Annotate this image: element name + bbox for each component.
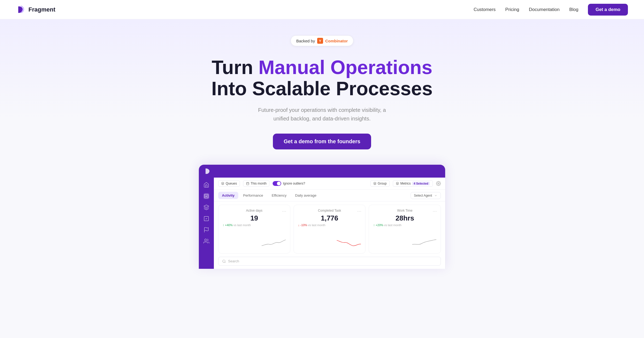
metrics-label: Metrics [400, 182, 411, 185]
hero-section: Backed by Y Combinator Turn Manual Opera… [0, 19, 644, 269]
work-time-change: ↑ +20% vs last month [373, 223, 436, 227]
dashboard-outer: Queues This month Ignore outliers? [199, 164, 445, 269]
work-time-title: Work Time [373, 209, 436, 212]
logo-text: Fragment [28, 6, 55, 13]
sidebar-home-icon [203, 182, 209, 188]
metric-card-work-time: ⋯ Work Time 28hrs ↑ +20% vs last month [369, 205, 441, 254]
this-month-label: This month [251, 182, 266, 185]
dashboard-filter-bar: Queues This month Ignore outliers? [214, 178, 445, 190]
card-menu-completed-task[interactable]: ⋯ [357, 209, 361, 214]
search-icon [222, 259, 226, 263]
work-time-sparkline [412, 238, 436, 249]
hero-title-purple: Manual Operations [258, 57, 432, 78]
nav-documentation[interactable]: Documentation [529, 7, 559, 12]
group-icon [373, 182, 376, 185]
svg-point-5 [223, 260, 225, 262]
active-days-sparkline [262, 238, 286, 249]
hero-title-turn: Turn [212, 57, 259, 78]
sidebar-flag-icon [203, 227, 209, 233]
dashboard-mockup: Queues This month Ignore outliers? [199, 164, 445, 269]
metrics-row: ⋯ Active days 19 ↑ +40% vs last month [214, 201, 445, 257]
nav-pricing[interactable]: Pricing [505, 7, 519, 12]
navbar: Fragment Customers Pricing Documentation… [0, 0, 644, 19]
sidebar-stack-icon [203, 204, 209, 210]
calendar-icon [246, 182, 249, 185]
tab-activity[interactable]: Activity [218, 192, 238, 199]
group-label: Group [378, 182, 387, 185]
yc-badge: Backed by Y Combinator [291, 35, 353, 46]
svg-point-2 [205, 239, 207, 241]
queues-filter[interactable]: Queues [218, 180, 240, 187]
logo-link[interactable]: Fragment [16, 5, 55, 14]
ignore-outliers-toggle[interactable]: Ignore outliers? [273, 181, 305, 186]
tab-daily-average[interactable]: Daily average [291, 192, 320, 199]
dashboard-topbar [199, 165, 445, 178]
sidebar-users-icon [203, 238, 209, 244]
nav-get-demo-button[interactable]: Get a demo [588, 4, 628, 16]
completed-task-value: 1,776 [298, 214, 361, 222]
metrics-filter[interactable]: Metrics 4 Selected [393, 180, 433, 187]
dashboard-main: Queues This month Ignore outliers? [214, 178, 445, 269]
metric-card-completed-task: ⋯ Completed Task 1,776 ↓ -10% vs last mo… [294, 205, 366, 254]
group-filter[interactable]: Group [370, 180, 390, 187]
sidebar-check-icon [203, 216, 209, 222]
nav-blog[interactable]: Blog [569, 7, 578, 12]
dashboard-sidebar [199, 178, 214, 269]
queues-icon [221, 182, 224, 185]
backed-by-text: Backed by [296, 39, 315, 43]
this-month-filter[interactable]: This month [243, 180, 269, 187]
nav-customers[interactable]: Customers [474, 7, 496, 12]
active-days-value: 19 [223, 214, 286, 222]
select-agent-dropdown[interactable]: Select Agent [411, 192, 441, 199]
hero-subtitle: Future-proof your operations with comple… [252, 106, 392, 123]
dashboard-content: Queues This month Ignore outliers? [199, 178, 445, 269]
chevron-down-icon [434, 194, 437, 197]
hero-title-line2: Into Scalable Processes [211, 78, 433, 99]
active-days-title: Active days [223, 209, 286, 212]
completed-task-change: ↓ -10% vs last month [298, 223, 361, 227]
sidebar-chart-icon [203, 193, 209, 199]
svg-rect-3 [247, 182, 249, 185]
card-menu-work-time[interactable]: ⋯ [433, 209, 437, 214]
metrics-selected-badge: 4 Selected [412, 182, 430, 185]
active-days-change: ↑ +40% vs last month [223, 223, 286, 227]
hero-cta-button[interactable]: Get a demo from the founders [273, 134, 371, 149]
select-agent-label: Select Agent [414, 194, 432, 197]
search-placeholder: Search [228, 259, 239, 263]
settings-icon[interactable] [436, 181, 441, 186]
card-menu-active-days[interactable]: ⋯ [282, 209, 286, 214]
svg-point-4 [438, 183, 439, 184]
fragment-logo-icon [16, 5, 26, 14]
metrics-icon [396, 182, 399, 185]
dashboard-tabs: Activity Performance Efficiency Daily av… [214, 190, 445, 201]
yc-logo-icon: Y [317, 38, 323, 44]
filter-right: Group Metrics 4 Selected [370, 180, 441, 187]
toggle-switch[interactable] [273, 181, 281, 186]
yc-combinator-text: Combinator [325, 39, 348, 43]
tab-performance[interactable]: Performance [239, 192, 267, 199]
tab-efficiency[interactable]: Efficiency [268, 192, 290, 199]
ignore-outliers-label: Ignore outliers? [283, 182, 305, 185]
queues-label: Queues [226, 182, 237, 185]
search-bar: Search [218, 257, 441, 266]
nav-links: Customers Pricing Documentation Blog Get… [474, 4, 628, 16]
hero-title: Turn Manual Operations Into Scalable Pro… [211, 57, 433, 99]
metric-card-active-days: ⋯ Active days 19 ↑ +40% vs last month [218, 205, 290, 254]
completed-task-title: Completed Task [298, 209, 361, 212]
work-time-value: 28hrs [373, 214, 436, 222]
dashboard-topbar-logo [204, 167, 212, 175]
completed-task-sparkline [337, 238, 361, 249]
